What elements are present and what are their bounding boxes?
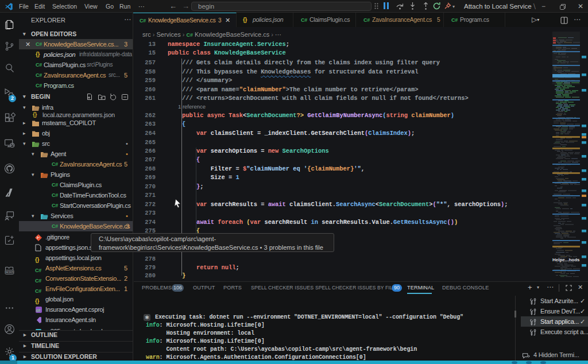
svg-text:M365: M365 xyxy=(6,270,14,274)
svg-text:c#: c# xyxy=(36,308,41,312)
svg-text:Helpe...hods: Helpe...hods xyxy=(552,257,580,262)
